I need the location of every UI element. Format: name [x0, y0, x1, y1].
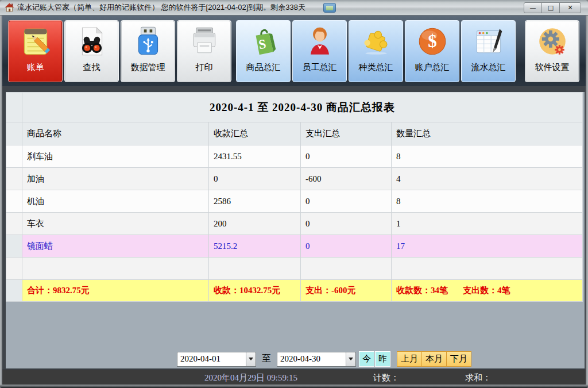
home-icon [5, 3, 14, 12]
category-summary-button-label: 种类总汇 [359, 63, 393, 72]
shopping-bag-icon: S [247, 25, 280, 58]
table-row[interactable]: 车衣 200 0 1 [6, 213, 583, 235]
cell-income: 5215.2 [209, 235, 301, 258]
settings-button[interactable]: 软件设置 [525, 20, 579, 82]
cell-name: 刹车油 [22, 145, 209, 168]
today-button[interactable]: 今 [359, 351, 374, 367]
staff-summary-button[interactable]: 员工总汇 [292, 20, 347, 82]
cell-expense: 0 [301, 145, 392, 168]
cell-expense: -600 [301, 168, 392, 190]
row-gutter [6, 280, 22, 302]
binoculars-icon [75, 25, 109, 58]
column-header-income[interactable]: 收款汇总 [209, 122, 301, 145]
row-gutter[interactable] [6, 145, 22, 168]
notepad-pencil-icon [19, 25, 52, 58]
chevron-down-icon [249, 358, 253, 360]
cell-qty: 17 [392, 235, 583, 258]
staff-summary-button-label: 员工总汇 [303, 63, 337, 72]
cell-name: 车衣 [22, 213, 209, 235]
table-row[interactable]: 刹车油 2431.55 0 8 [6, 145, 583, 168]
goods-summary-button[interactable]: S 商品总汇 [236, 20, 291, 82]
summary-expense: 支出：-600元 [301, 280, 392, 302]
month-buttons: 上月 本月 下月 [397, 351, 471, 367]
cell-name: 机油 [22, 190, 209, 213]
date-to-dropdown-button[interactable] [346, 352, 355, 366]
window-frame-left [0, 16, 2, 385]
cell-name: 镜面蜡 [22, 235, 209, 258]
summary-expense-count: 支出数：4笔 [463, 286, 510, 295]
cell-qty: 1 [392, 213, 583, 235]
row-gutter[interactable] [6, 235, 22, 258]
search-button[interactable]: 查找 [64, 20, 119, 82]
account-summary-button[interactable]: $ 账户总汇 [405, 20, 459, 82]
range-separator-label: 至 [262, 353, 271, 365]
yesterday-button[interactable]: 昨 [375, 351, 390, 367]
settings-button-label: 软件设置 [535, 63, 570, 72]
usb-drive-icon [131, 25, 165, 58]
cell-qty: 4 [392, 168, 583, 190]
cell-qty: 8 [392, 190, 583, 213]
summary-income: 收款：10432.75元 [209, 280, 301, 302]
date-from-select[interactable]: 2020-04-01 [177, 352, 256, 367]
status-sum-label: 求和： [465, 372, 491, 383]
row-gutter[interactable] [6, 190, 22, 213]
window-frame-right [586, 16, 588, 385]
date-to-value: 2020-04-30 [277, 354, 346, 364]
prev-month-button[interactable]: 上月 [397, 351, 422, 367]
date-from-value: 2020-04-01 [177, 354, 246, 364]
app-window: 流水记账大管家（简单、好用的记账软件） 您的软件将于[2021-04-02]到期… [0, 0, 588, 388]
dollar-coin-icon: $ [416, 25, 449, 58]
summary-counts: 收款数：34笔支出数：4笔 [392, 280, 583, 302]
cell-expense: 0 [301, 213, 392, 235]
account-summary-button-label: 账户总汇 [415, 63, 450, 72]
table-row[interactable]: 加油 0 -600 4 [6, 168, 583, 190]
summary-row: 合计：9832.75元 收款：10432.75元 支出：-600元 收款数：34… [6, 280, 583, 302]
bill-button[interactable]: 账单 [8, 20, 63, 82]
print-button-label: 打印 [196, 63, 213, 72]
flow-summary-button-label: 流水总汇 [471, 63, 506, 72]
close-button[interactable]: ✕ [559, 2, 581, 13]
toolbar: 账单 查找 [2, 16, 586, 86]
spreadsheet-pen-icon [472, 25, 505, 58]
cell-income: 2431.55 [209, 145, 301, 168]
cell-name: 加油 [22, 168, 209, 190]
print-button[interactable]: 打印 [177, 20, 231, 82]
column-header-expense[interactable]: 支出汇总 [301, 122, 392, 145]
row-gutter[interactable] [6, 168, 22, 190]
content-area: 2020-4-1 至 2020-4-30 商品汇总报表 商品名称 收款汇总 支出… [2, 86, 586, 370]
report-surface: 2020-4-1 至 2020-4-30 商品汇总报表 商品名称 收款汇总 支出… [6, 92, 585, 368]
chevron-down-icon [349, 358, 353, 360]
data-manage-button[interactable]: 数据管理 [121, 20, 175, 82]
date-to-select[interactable]: 2020-04-30 [277, 352, 356, 367]
minimize-button[interactable]: — [524, 2, 542, 13]
person-icon [303, 25, 336, 58]
row-gutter [6, 93, 22, 122]
summary-income-count: 收款数：34笔 [396, 286, 448, 295]
status-count-label: 计数： [373, 372, 399, 383]
report-title-row: 2020-4-1 至 2020-4-30 商品汇总报表 [6, 93, 583, 122]
next-month-button[interactable]: 下月 [446, 351, 471, 367]
puzzle-piece-icon [359, 25, 393, 58]
search-button-label: 查找 [83, 63, 100, 72]
background-window-icon [323, 3, 336, 13]
date-from-dropdown-button[interactable] [246, 352, 256, 366]
row-gutter[interactable] [6, 213, 22, 235]
cell-income: 2586 [209, 190, 301, 213]
titlebar: 流水记账大管家（简单、好用的记账软件） 您的软件将于[2021-04-02]到期… [0, 0, 588, 16]
flow-summary-button[interactable]: 流水总汇 [461, 20, 516, 82]
column-header-name[interactable]: 商品名称 [22, 122, 209, 145]
column-header-qty[interactable]: 数量汇总 [392, 122, 583, 145]
category-summary-button[interactable]: 种类总汇 [349, 20, 403, 82]
cell-expense: 0 [301, 190, 392, 213]
table-row-selected[interactable]: 镜面蜡 5215.2 0 17 [6, 235, 583, 258]
status-bar: 2020年04月29日 09:59:15 计数： 求和： [2, 370, 586, 385]
svg-text:$: $ [428, 31, 437, 51]
table-row[interactable]: 机油 2586 0 8 [6, 190, 583, 213]
goods-summary-button-label: 商品总汇 [246, 63, 281, 72]
gears-icon [536, 25, 569, 58]
row-gutter [6, 258, 22, 280]
maximize-button[interactable]: □ [541, 2, 560, 13]
this-month-button[interactable]: 本月 [421, 351, 447, 367]
table-header-row: 商品名称 收款汇总 支出汇总 数量汇总 [6, 122, 583, 145]
window-controls: — □ ✕ [524, 2, 581, 13]
